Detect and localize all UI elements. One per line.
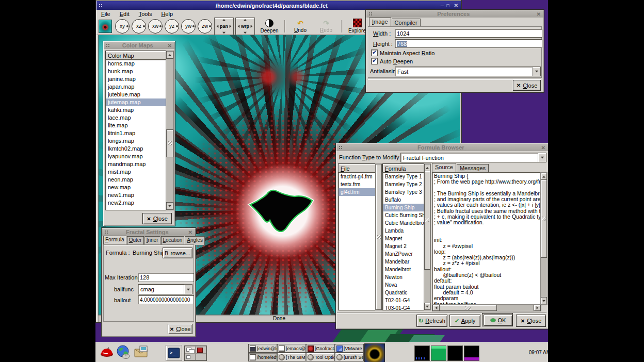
menu-help[interactable]: Help	[156, 11, 178, 17]
close-button[interactable]: ✕ Close	[142, 213, 172, 224]
spin-down-icon[interactable]	[244, 31, 247, 34]
tab-messages[interactable]: Messages	[457, 164, 489, 172]
formula-list-item[interactable]: Cubic Mandelbrot	[383, 219, 424, 227]
formula-list-item[interactable]: Nova	[383, 281, 424, 289]
source-code-view[interactable]: Burning Ship {; From the web page http:/…	[432, 172, 543, 305]
antialiasing-combo[interactable]: Fast	[395, 67, 541, 76]
task-button[interactable]: Tool Optic	[306, 353, 335, 361]
undo-button[interactable]: ↶ Undo	[291, 20, 310, 33]
wrp-spinner[interactable]: wrp	[235, 18, 255, 35]
bailfunc-combo[interactable]: cmag	[138, 284, 192, 294]
workspace-2[interactable]	[196, 346, 206, 353]
formula-list-item[interactable]: Buffalo	[383, 196, 424, 204]
ok-button[interactable]: OK	[484, 315, 512, 326]
colormap-list-item[interactable]: lkmtch02.map	[106, 145, 166, 153]
rotate-xz-button[interactable]: xz	[132, 19, 146, 34]
colormap-list-item[interactable]: new1.map	[106, 191, 166, 199]
tab-source[interactable]: Source	[432, 163, 456, 172]
redhat-menu-icon[interactable]	[100, 345, 114, 358]
tab-formula[interactable]: Formula	[103, 236, 126, 245]
formula-list-item[interactable]: T02-01-G4	[383, 297, 424, 304]
cpu-monitor-applet[interactable]	[414, 345, 430, 361]
explore-button[interactable]: Explore	[347, 19, 367, 34]
close-icon[interactable]: ✕	[168, 43, 172, 48]
function-type-combo[interactable]: Fractal Function	[400, 153, 546, 162]
browse-button[interactable]: Browse...	[163, 248, 192, 258]
menu-file[interactable]: File	[96, 11, 115, 17]
scroll-left-button[interactable]	[432, 305, 440, 311]
formula-list-item[interactable]: T03-01-G4	[383, 304, 424, 310]
spin-left-icon[interactable]	[238, 25, 240, 28]
menu-tools[interactable]: Tools	[134, 11, 157, 17]
net-monitor-applet[interactable]	[447, 345, 463, 361]
colormap-list-item[interactable]: lyapunov.map	[106, 153, 166, 160]
width-field[interactable]: 1024	[395, 29, 542, 38]
task-button[interactable]: [Gnofract4	[306, 344, 335, 353]
colormap-list-item[interactable]: mandmap.map	[106, 160, 166, 168]
web-browser-icon[interactable]	[116, 345, 131, 359]
colormap-list-item[interactable]: neon.map	[106, 176, 166, 184]
task-button[interactable]: [VMware V	[335, 344, 364, 353]
formula-list-scrollbar[interactable]	[424, 163, 431, 310]
workspace-3[interactable]	[185, 353, 196, 360]
colormap-list-item[interactable]: janine.map	[106, 75, 166, 83]
scroll-down-button[interactable]	[166, 202, 173, 210]
rotate-zw-button[interactable]: zw	[198, 19, 212, 34]
formula-list-item[interactable]: Newton	[383, 273, 424, 281]
auto-deepen-checkbox[interactable]: ✔	[371, 58, 378, 64]
spin-up-icon[interactable]	[222, 19, 226, 21]
dropdown-button[interactable]	[184, 285, 192, 294]
workspace-4[interactable]	[196, 353, 206, 360]
colormap-list-item[interactable]: hunk.map	[106, 68, 166, 75]
memory-monitor-applet[interactable]	[431, 345, 446, 361]
swap-monitor-applet[interactable]	[464, 345, 479, 361]
max-iterations-field[interactable]: 128	[138, 273, 194, 282]
colormap-list-item[interactable]: kahki.map	[106, 106, 166, 114]
formula-list-item[interactable]: Lambda	[383, 227, 424, 235]
minimize-icon[interactable]: ─	[441, 3, 444, 8]
formula-list-item[interactable]: Mandelbar	[383, 258, 424, 266]
scrollbar-thumb[interactable]	[166, 129, 173, 157]
tab-angles[interactable]: Angles	[185, 236, 205, 245]
close-button[interactable]: ✕ Close	[516, 315, 546, 327]
file-list-item[interactable]: fractint-g4.frm	[339, 173, 376, 180]
close-icon[interactable]: ✕	[537, 11, 541, 17]
colormap-list-item[interactable]: lite.map	[106, 122, 166, 129]
tab-outer[interactable]: Outer	[127, 236, 144, 245]
formula-list-item[interactable]: Barnsley Type 3	[383, 188, 424, 196]
task-button[interactable]: [emacs@l	[277, 344, 306, 353]
close-icon[interactable]: ✕	[188, 229, 192, 235]
dropdown-button[interactable]	[538, 153, 546, 162]
apply-button[interactable]: ✔ Apply	[449, 315, 480, 327]
main-window-titlebar[interactable]: /home/edwin/gnofract4d/params/blade.fct …	[96, 1, 461, 10]
scrollbar-thumb[interactable]	[376, 164, 382, 310]
file-list-item[interactable]: gf4d.frm	[339, 188, 376, 196]
file-list-scrollbar[interactable]	[375, 163, 382, 310]
rotate-yw-button[interactable]: yw	[181, 19, 196, 34]
fractal-thumbnail[interactable]	[364, 343, 385, 362]
colormap-list-item[interactable]: new2.map	[106, 199, 166, 207]
colormap-list-item[interactable]: longs.map	[106, 137, 166, 145]
source-hscrollbar[interactable]	[432, 304, 541, 311]
formula-list-item[interactable]: Barnsley Type 2	[383, 180, 424, 188]
colormap-list-item[interactable]: mist.map	[106, 168, 166, 176]
pan-spinner[interactable]: pan	[214, 18, 234, 35]
refresh-button[interactable]: ↻ Refresh	[416, 315, 447, 327]
spin-right-icon[interactable]	[251, 25, 253, 28]
menu-edit[interactable]: Edit	[115, 11, 134, 17]
window-menu-icon[interactable]	[368, 12, 373, 16]
scroll-up-button[interactable]	[424, 164, 430, 171]
scrollbar-thumb[interactable]	[439, 305, 497, 311]
colormap-list-item[interactable]: new.map	[106, 184, 166, 191]
scrollbar-thumb[interactable]	[541, 179, 547, 258]
scroll-up-button[interactable]	[166, 51, 173, 59]
email-icon[interactable]	[134, 345, 149, 358]
close-icon[interactable]: ✕	[541, 145, 545, 151]
formula-list-item[interactable]: Quadratic	[383, 289, 424, 297]
tab-compiler[interactable]: Compiler	[392, 19, 421, 27]
task-button[interactable]: [The GIMI	[277, 353, 306, 361]
close-icon[interactable]: ✕	[454, 3, 458, 8]
workspace-pager[interactable]	[184, 345, 207, 361]
bailout-field[interactable]: 4.0000000000000000	[138, 295, 194, 304]
dropdown-button[interactable]	[532, 67, 540, 76]
